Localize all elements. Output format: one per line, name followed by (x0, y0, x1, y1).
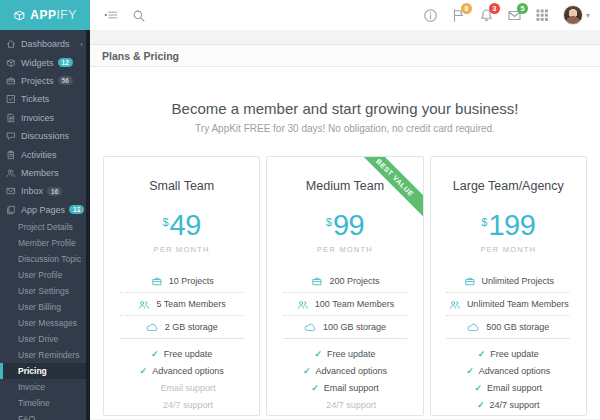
sidebar-item-label: Dashboards (21, 39, 70, 49)
sidebar-item-label: Discussions (21, 131, 69, 141)
plan-features: 200 Projects100 Team Members100 GB stora… (267, 270, 422, 339)
plan-option: ✓Free update (267, 345, 422, 362)
briefcase-icon (310, 276, 324, 287)
option-label: Free update (164, 349, 213, 359)
sidebar-item-badge: 16 (47, 187, 62, 196)
plan-price: $199 (431, 209, 586, 242)
sidebar-subitem-invoice[interactable]: Invoice (0, 379, 90, 395)
plan-option: ✓Advanced options (267, 362, 422, 379)
sidebar-item-app-pages[interactable]: App Pages 13 ▾ (0, 201, 90, 219)
cloud-icon (146, 322, 160, 333)
plan-feature: 200 Projects (283, 270, 407, 293)
pricing-cards-row: Small Team $49 PER MONTH 10 Projects5 Te… (90, 156, 600, 416)
sidebar-subitem-member-profile[interactable]: Member Profile (0, 235, 90, 251)
feature-label: Unlimited Team Members (467, 299, 569, 309)
alerts-button[interactable]: 3 (479, 8, 494, 23)
user-menu[interactable]: ▾ (563, 5, 590, 25)
avatar (563, 5, 583, 25)
option-label: Email support (487, 383, 542, 393)
sidebar-subitem-user-settings[interactable]: User Settings (0, 283, 90, 299)
sidebar-item-projects[interactable]: Projects 56 (0, 72, 90, 90)
check-icon: ✓ (475, 383, 483, 393)
messages-button[interactable]: 5 (507, 8, 522, 23)
sidebar-item-discussions[interactable]: Discussions (0, 127, 90, 145)
sidebar-item-chevron: ‹ (80, 40, 83, 49)
plan-feature: 2 GB storage (120, 316, 244, 339)
sidebar-toggle-icon[interactable] (104, 9, 118, 21)
team-icon (296, 299, 310, 310)
feature-label: 100 GB storage (323, 322, 386, 332)
logo-cube-icon (13, 9, 26, 22)
sidebar-item-tickets[interactable]: Tickets (0, 90, 90, 108)
bell-badge: 3 (489, 3, 500, 14)
info-button[interactable] (423, 8, 438, 23)
plan-feature: Unlimited Projects (446, 270, 570, 293)
flag-notifications-button[interactable]: 8 (451, 8, 466, 23)
option-label: Email support (160, 383, 215, 393)
feature-label: 5 Team Members (156, 299, 225, 309)
app-logo[interactable]: APPIFY (0, 0, 90, 30)
chat-icon (6, 131, 16, 141)
team-icon (137, 299, 151, 310)
sidebar-subitem-pricing[interactable]: Pricing (0, 363, 90, 379)
app-name: APPIFY (30, 8, 76, 22)
grid-icon (535, 8, 550, 23)
main-content: Plans & Pricing Become a member and star… (90, 30, 600, 420)
sidebar-subitem-user-billing[interactable]: User Billing (0, 299, 90, 315)
feature-label: 10 Projects (169, 276, 214, 286)
currency-sign: $ (326, 216, 332, 228)
hero-heading: Become a member and start growing your b… (90, 100, 600, 117)
sidebar-subitem-faq[interactable]: FAQ (0, 411, 90, 420)
sidebar-item-label: Invoices (21, 113, 54, 123)
check-icon: ✓ (311, 383, 319, 393)
price-amount: 199 (488, 209, 535, 241)
sidebar-subitem-user-messages[interactable]: User Messages (0, 315, 90, 331)
sidebar-item-label: Activities (21, 150, 57, 160)
sidebar-item-invoices[interactable]: Invoices (0, 109, 90, 127)
plan-feature: 500 GB storage (446, 316, 570, 339)
info-icon (423, 8, 438, 23)
sidebar-item-label: App Pages (21, 205, 65, 215)
chevron-down-icon: ▾ (586, 11, 590, 20)
document-icon (6, 113, 16, 123)
mail-icon (6, 186, 16, 196)
sidebar-item-label: Tickets (21, 94, 49, 104)
check-icon: ✓ (140, 366, 148, 376)
plan-options: ✓Free update✓Advanced options✓Email supp… (431, 345, 586, 413)
sidebar-item-label: Widgets (21, 58, 54, 68)
apps-grid-button[interactable] (535, 8, 550, 23)
sidebar-item-chevron: ▾ (79, 205, 83, 214)
plan-option: ✓Advanced options (104, 362, 259, 379)
check-icon: ✓ (151, 349, 159, 359)
sidebar-item-dashboards[interactable]: Dashboards ‹ (0, 35, 90, 53)
plan-option: ✓24/7 support (104, 396, 259, 413)
sidebar-subitem-timeline[interactable]: Timeline (0, 395, 90, 411)
briefcase-icon (463, 276, 477, 287)
pricing-card: Small Team $49 PER MONTH 10 Projects5 Te… (103, 156, 260, 416)
plan-period: PER MONTH (267, 245, 422, 254)
sidebar-item-inbox[interactable]: Inbox 16 (0, 182, 90, 200)
feature-label: 200 Projects (329, 276, 379, 286)
sidebar-subitem-user-drive[interactable]: User Drive (0, 331, 90, 347)
search-icon[interactable] (132, 9, 146, 21)
sidebar-subitem-user-profile[interactable]: User Profile (0, 267, 90, 283)
cloud-icon (467, 322, 481, 333)
sidebar-item-members[interactable]: Members (0, 164, 90, 182)
briefcase-icon (6, 76, 16, 86)
sidebar-item-label: Members (21, 168, 59, 178)
currency-sign: $ (162, 216, 168, 228)
feature-label: 2 GB storage (165, 322, 218, 332)
sidebar-item-activities[interactable]: Activities (0, 145, 90, 163)
check-square-icon (6, 94, 16, 104)
option-label: Free update (490, 349, 539, 359)
sidebar-subitem-user-reminders[interactable]: User Reminders (0, 347, 90, 363)
sidebar-subitem-discussion-topic[interactable]: Discussion Topic (0, 251, 90, 267)
plan-option: ✓24/7 support (267, 396, 422, 413)
sidebar: Dashboards ‹ Widgets 12 Projects 56 Tick… (0, 30, 90, 420)
plan-option: ✓Email support (431, 379, 586, 396)
home-icon (6, 39, 16, 49)
briefcase-icon (150, 276, 164, 287)
box-icon (6, 58, 16, 68)
sidebar-item-widgets[interactable]: Widgets 12 (0, 53, 90, 71)
sidebar-subitem-project-details[interactable]: Project Details (0, 219, 90, 235)
